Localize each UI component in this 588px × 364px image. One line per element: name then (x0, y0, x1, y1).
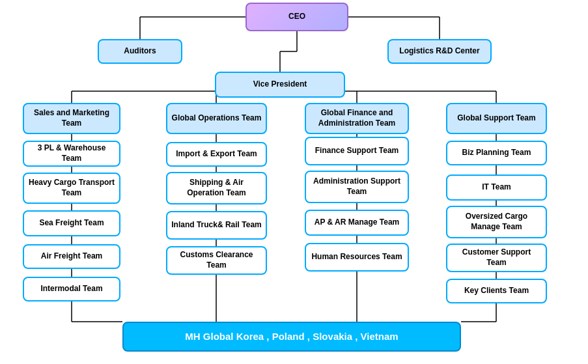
customs-node: Customs Clearance Team (166, 246, 267, 275)
finance-sup-node: Finance Support Team (305, 137, 409, 165)
sales-node: Sales and Marketing Team (23, 103, 120, 134)
key-clients-node: Key Clients Team (446, 279, 547, 303)
oversized-node: Oversized Cargo Manage Team (446, 206, 547, 238)
ceo-node: CEO (245, 3, 348, 31)
rd-center-node: Logistics R&D Center (387, 39, 492, 64)
intermodal-node: Intermodal Team (23, 277, 120, 301)
org-chart: CEO Auditors Logistics R&D Center Vice P… (0, 0, 588, 364)
hr-node: Human Resources Team (305, 243, 409, 272)
3pl-node: 3 PL & Warehouse Team (23, 141, 120, 167)
vp-node: Vice President (215, 72, 345, 98)
air-freight-node: Air Freight Team (23, 244, 120, 269)
admin-sup-node: Administration Support Team (305, 171, 409, 203)
global-sup-node: Global Support Team (446, 103, 547, 134)
auditors-node: Auditors (98, 39, 182, 64)
global-fin-node: Global Finance and Administration Team (305, 103, 409, 134)
import-export-node: Import & Export Team (166, 142, 267, 167)
inland-truck-node: Inland Truck& Rail Team (166, 211, 267, 240)
it-team-node: IT Team (446, 175, 547, 201)
heavy-cargo-node: Heavy Cargo Transport Team (23, 173, 120, 204)
mh-global-node: MH Global Korea , Poland , Slovakia , Vi… (122, 322, 461, 352)
global-ops-node: Global Operations Team (166, 103, 267, 134)
biz-plan-node: Biz Planning Team (446, 141, 547, 165)
ap-ar-node: AP & AR Manage Team (305, 210, 409, 236)
shipping-air-node: Shipping & Air Operation Team (166, 172, 267, 204)
customer-sup-node: Customer Support Team (446, 244, 547, 272)
sea-freight-node: Sea Freight Team (23, 210, 120, 236)
